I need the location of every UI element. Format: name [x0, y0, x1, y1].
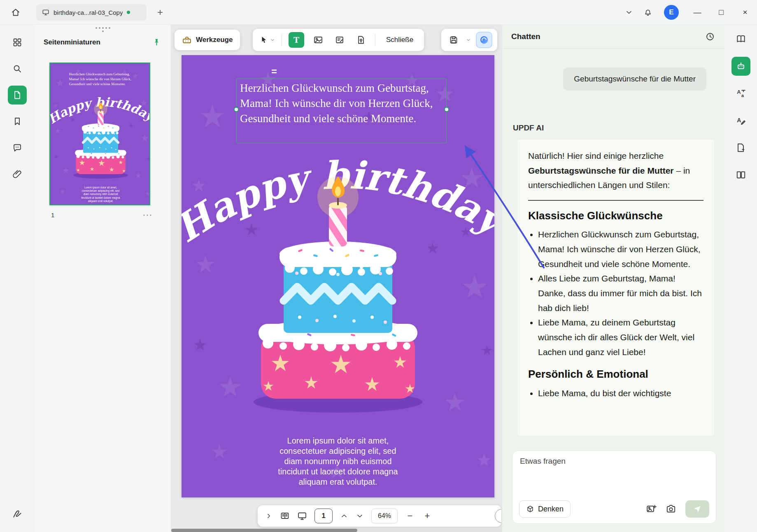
screen-icon [297, 511, 307, 521]
form-icon [335, 35, 345, 45]
birthday-cake-illustration [65, 96, 136, 180]
chevron-down-icon [270, 37, 275, 42]
next-page-button[interactable] [356, 512, 364, 520]
horizontal-scrollbar[interactable] [171, 529, 502, 532]
reader-mode-button[interactable] [731, 30, 750, 49]
translate-button[interactable]: Aa [731, 84, 750, 103]
collapse-button[interactable] [620, 0, 638, 25]
grid-icon [12, 37, 22, 47]
textbox-drag-handle[interactable]: = [271, 66, 277, 77]
cursor-icon [259, 35, 268, 44]
avatar[interactable]: E [664, 5, 679, 20]
zoom-in-button[interactable]: + [422, 511, 432, 521]
page-thumbnails-button[interactable] [8, 86, 27, 105]
home-button[interactable] [7, 3, 25, 21]
ai-bullet-list-1: Herzlichen Glückwunsch zum Geburtstag, M… [528, 227, 703, 359]
attachments-button[interactable] [8, 165, 27, 184]
search-icon [12, 64, 22, 74]
resize-handle-right[interactable] [444, 107, 449, 112]
close-tools-button[interactable]: Schließe [382, 33, 417, 47]
chat-input[interactable] [520, 457, 701, 466]
collapsed-round-button[interactable] [495, 509, 501, 523]
previous-page-button[interactable] [340, 512, 348, 520]
thumbnail-page-number: 1 [51, 211, 54, 218]
send-button[interactable] [685, 500, 709, 518]
close-button[interactable]: × [733, 0, 757, 25]
comments-button[interactable] [8, 138, 27, 157]
image-tool-button[interactable] [311, 33, 326, 47]
page-number-input[interactable]: 1 [314, 509, 333, 523]
add-image-button[interactable] [646, 504, 657, 514]
doc-sparkle-icon [736, 142, 746, 153]
lorem-text[interactable]: Lorem ipsum dolor sit amet, consectetuer… [270, 436, 406, 487]
sign-tool-button[interactable] [354, 33, 368, 47]
birthday-card-page[interactable]: Happy birthday [182, 55, 494, 497]
two-page-view-button[interactable] [731, 165, 750, 184]
chat-title: Chatten [511, 32, 540, 41]
wish-text-box: = Herzlichen Glückwunsch zum Geburtstag,… [68, 71, 136, 92]
translate-icon: Aa [736, 88, 746, 99]
zoom-level[interactable]: 64% [371, 509, 398, 523]
form-tool-button[interactable] [332, 33, 347, 47]
search-button[interactable] [8, 59, 27, 78]
document-canvas[interactable]: Happy birthday [171, 25, 502, 532]
pin-panel-button[interactable] [149, 35, 163, 49]
horizontal-scrollbar-thumb[interactable] [171, 529, 357, 532]
monitor-icon [42, 9, 49, 16]
select-tool-button[interactable] [259, 35, 275, 44]
presentation-button[interactable] [297, 511, 307, 521]
ai-response-message: Natürlich! Hier sind einige herzliche Ge… [517, 139, 715, 436]
birthday-card-mini: Happy birthday [50, 63, 150, 205]
save-button[interactable] [446, 33, 461, 47]
text-edit-icon: A [736, 115, 746, 126]
open-book-icon [736, 34, 746, 44]
ai-assistant-icon [736, 61, 746, 72]
divider [375, 34, 375, 46]
ai-assistant-toggle-button[interactable] [476, 32, 492, 48]
pushpin-icon [152, 38, 161, 47]
list-item: Liebe Mama, du bist der wichtigste [538, 386, 703, 401]
home-icon [11, 7, 21, 17]
maximize-button[interactable]: □ [709, 0, 733, 25]
chevron-down-icon [466, 37, 471, 42]
chat-history-button[interactable] [702, 29, 718, 44]
page-thumbnail-1[interactable]: Happy birthday [49, 63, 150, 205]
notifications-button[interactable] [638, 0, 657, 25]
paperclip-icon [12, 169, 22, 179]
text-tool-button-active[interactable]: T [289, 32, 304, 48]
cube-icon [526, 505, 534, 513]
save-options-button[interactable] [464, 33, 473, 47]
werkzeuge-button[interactable]: Werkzeuge [175, 30, 240, 50]
page-icon [12, 90, 22, 100]
ai-chat-button-active[interactable] [731, 57, 750, 76]
panel-drag-handle[interactable] [95, 27, 110, 32]
dashboard-button[interactable] [8, 33, 27, 52]
ai-section-title-2: Persönlich & Emotional [528, 365, 703, 383]
page-navigation-bar: 1 64% − + [258, 505, 501, 527]
titlebar-right: E — □ × [620, 0, 757, 25]
bookmarks-button[interactable] [8, 112, 27, 131]
reading-mode-button[interactable] [280, 511, 290, 521]
zoom-out-button[interactable]: − [405, 511, 415, 521]
divider [282, 34, 282, 46]
think-mode-label: Denken [538, 505, 564, 513]
new-tab-button[interactable]: + [153, 5, 167, 19]
save-toolbar [441, 29, 497, 51]
svg-text:A: A [737, 89, 741, 95]
history-clock-icon [705, 32, 715, 42]
rewrite-button[interactable]: A [731, 111, 750, 130]
resize-handle-left[interactable] [234, 107, 239, 112]
svg-text:a: a [741, 93, 744, 98]
thumbnail-overflow-menu[interactable]: ··· [143, 211, 153, 219]
document-tab[interactable]: birthday-ca...ral-03_Copy [36, 4, 147, 21]
wish-text[interactable]: Herzlichen Glückwunsch zum Geburtstag, M… [240, 81, 443, 126]
ai-summary-button[interactable] [731, 138, 750, 157]
expand-nav-button[interactable] [265, 512, 273, 520]
signature-button[interactable] [8, 504, 27, 523]
think-mode-button[interactable]: Denken [519, 500, 571, 518]
page-thumbnail-preview: Happy birthday [50, 63, 150, 205]
minimize-button[interactable]: — [685, 0, 709, 25]
chat-input-icons [646, 500, 709, 518]
screenshot-button[interactable] [666, 504, 676, 514]
selected-wish-text-box[interactable]: = Herzlichen Glückwunsch zum Geburtstag,… [236, 79, 447, 143]
